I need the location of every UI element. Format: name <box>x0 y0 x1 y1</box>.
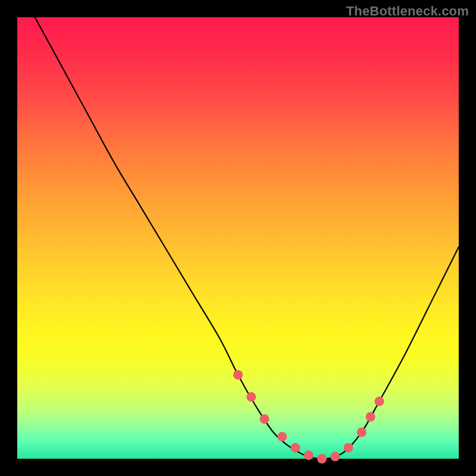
marker-point <box>366 412 375 422</box>
chart-svg <box>17 17 459 459</box>
marker-point <box>277 432 287 441</box>
marker-point <box>374 397 384 406</box>
marker-point <box>330 452 340 461</box>
marker-point <box>290 443 300 452</box>
marker-point <box>317 454 327 464</box>
plot-area <box>17 17 459 459</box>
marker-point <box>260 414 270 424</box>
marker-point <box>357 427 367 437</box>
highlight-points <box>233 370 384 464</box>
bottleneck-curve <box>35 17 459 459</box>
marker-point <box>344 443 353 452</box>
chart-frame: TheBottleneck.com <box>0 0 476 476</box>
marker-point <box>246 392 256 402</box>
attribution-text: TheBottleneck.com <box>346 4 469 19</box>
marker-point <box>304 450 314 460</box>
marker-point <box>233 370 243 380</box>
